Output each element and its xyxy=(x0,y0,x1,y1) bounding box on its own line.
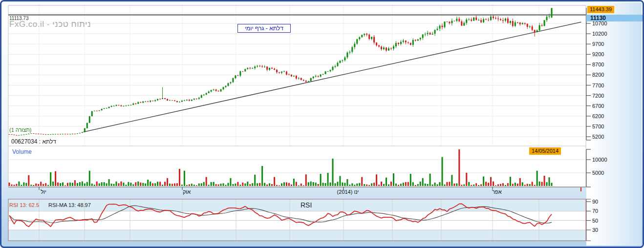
chart-plot-area[interactable] xyxy=(1,1,644,248)
chart-window: 11113.73 FxG.co.il - ניתוח טכני דלתא - ג… xyxy=(0,0,644,248)
